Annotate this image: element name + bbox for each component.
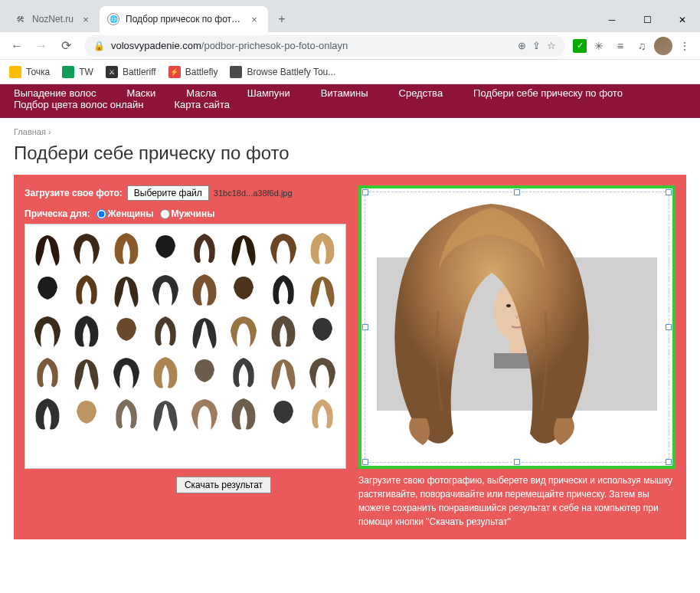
hairstyle-option[interactable] <box>69 270 104 309</box>
hairstyle-option[interactable] <box>266 395 301 433</box>
maximize-button[interactable]: ☐ <box>630 8 665 32</box>
hairstyle-option[interactable] <box>266 229 301 267</box>
hairstyle-option[interactable] <box>266 270 301 309</box>
ext-music-icon[interactable]: ♫ <box>633 37 651 55</box>
hairstyle-option[interactable] <box>187 270 222 309</box>
hairstyle-option[interactable] <box>109 395 144 433</box>
resize-handle[interactable] <box>666 324 672 330</box>
hairstyle-option[interactable] <box>187 229 222 267</box>
share-icon[interactable]: ⇪ <box>532 40 541 51</box>
hairstyle-option[interactable] <box>109 229 144 267</box>
close-icon[interactable]: × <box>248 13 260 25</box>
hairstyle-option[interactable] <box>266 312 301 350</box>
profile-avatar[interactable] <box>654 37 672 55</box>
nav-link[interactable]: Шампуни <box>247 87 290 99</box>
resize-handle[interactable] <box>666 189 672 195</box>
tab-1[interactable]: 🛠 NozNet.ru × <box>6 6 100 32</box>
resize-handle[interactable] <box>362 459 368 465</box>
bookmark-item[interactable]: Browse Battlefy Tou... <box>230 66 335 78</box>
preview-canvas[interactable] <box>358 185 675 469</box>
hairstyle-option[interactable] <box>30 353 65 392</box>
hairstyle-option[interactable] <box>148 395 183 433</box>
hairstyle-overlay[interactable] <box>369 196 614 457</box>
hairstyle-option[interactable] <box>148 229 183 267</box>
bookmark-item[interactable]: ⚡Battlefly <box>168 66 218 78</box>
hairstyle-option[interactable] <box>148 312 183 350</box>
search-icon[interactable]: ⊕ <box>518 40 526 51</box>
hairstyle-option[interactable] <box>69 395 104 433</box>
browser-titlebar: 🛠 NozNet.ru × 🌐 Подбор причесок по фото … <box>0 0 700 32</box>
nav-link[interactable]: Витамины <box>321 87 368 99</box>
forward-button[interactable]: → <box>31 35 52 57</box>
hairstyle-option[interactable] <box>30 395 65 433</box>
hairstyle-option[interactable] <box>187 395 222 433</box>
star-icon[interactable]: ☆ <box>547 40 556 51</box>
hairstyle-option[interactable] <box>305 353 340 392</box>
hairstyle-option[interactable] <box>266 353 301 392</box>
radio-female[interactable] <box>96 209 106 219</box>
hairstyle-option[interactable] <box>69 353 104 392</box>
nav-link[interactable]: Средства <box>399 87 443 99</box>
instructions-text: Загрузите свою фотографию, выберете вид … <box>358 473 675 529</box>
hairstyle-option[interactable] <box>226 312 261 350</box>
hairstyle-option[interactable] <box>226 270 261 309</box>
resize-handle[interactable] <box>514 459 520 465</box>
hairstyle-option[interactable] <box>69 312 104 350</box>
gender-row: Прическа для: Женщины Мужчины <box>25 208 346 219</box>
hairstyle-option[interactable] <box>305 395 340 433</box>
resize-handle[interactable] <box>514 189 520 195</box>
window-controls: ─ ☐ ✕ <box>594 8 700 32</box>
breadcrumb[interactable]: Главная › <box>14 127 686 136</box>
hairstyle-option[interactable] <box>226 229 261 267</box>
bookmark-item[interactable]: TW <box>62 66 93 78</box>
hairstyle-option[interactable] <box>305 229 340 267</box>
nav-link[interactable]: Карта сайта <box>175 99 230 110</box>
nav-link[interactable]: Масла <box>186 87 217 99</box>
hairstyle-option[interactable] <box>69 229 104 267</box>
ext-list-icon[interactable]: ≡ <box>611 37 630 55</box>
hairstyle-option[interactable] <box>109 312 144 350</box>
nav-link[interactable]: Выпадение волос <box>14 87 96 99</box>
hairstyle-option[interactable] <box>109 353 144 392</box>
site-nav: Выпадение волос Маски Масла Шампуни Вита… <box>0 84 700 118</box>
hairstyle-grid[interactable] <box>25 224 346 469</box>
hairstyle-option[interactable] <box>305 312 340 350</box>
bookmark-item[interactable]: ⚔Battleriff <box>106 66 156 78</box>
tab-2[interactable]: 🌐 Подбор причесок по фото онла × <box>100 6 268 32</box>
wrench-icon: 🛠 <box>14 13 26 25</box>
reload-button[interactable]: ⟳ <box>55 35 77 57</box>
menu-icon[interactable]: ⋮ <box>675 37 694 55</box>
close-icon[interactable]: × <box>80 13 92 25</box>
resize-handle[interactable] <box>666 459 672 465</box>
resize-handle[interactable] <box>362 189 368 195</box>
upload-row: Загрузите свое фото: Выберите файл 31bc1… <box>25 185 346 201</box>
ext-puzzle-icon[interactable]: ✳ <box>590 37 608 55</box>
hairstyle-option[interactable] <box>187 312 222 350</box>
hairstyle-option[interactable] <box>226 395 261 433</box>
hairstyle-option[interactable] <box>148 270 183 309</box>
hairstyle-option[interactable] <box>30 312 65 350</box>
resize-handle[interactable] <box>362 324 368 330</box>
ext-check-icon[interactable]: ✓ <box>573 39 587 53</box>
hairstyle-option[interactable] <box>187 353 222 392</box>
minimize-button[interactable]: ─ <box>594 8 630 32</box>
bookmark-item[interactable]: Точка <box>9 66 50 78</box>
download-button[interactable]: Скачать результат <box>176 477 271 493</box>
nav-link[interactable]: Подбор цвета волос онлайн <box>14 99 144 110</box>
hairstyle-option[interactable] <box>148 353 183 392</box>
nav-link[interactable]: Подбери себе прическу по фото <box>473 87 623 99</box>
new-tab-button[interactable]: + <box>271 8 293 30</box>
back-button[interactable]: ← <box>6 35 28 57</box>
radio-male[interactable] <box>160 209 170 219</box>
hairstyle-option[interactable] <box>30 229 65 267</box>
hairstyle-option[interactable] <box>109 270 144 309</box>
nav-link[interactable]: Маски <box>127 87 156 99</box>
hairstyle-option[interactable] <box>305 270 340 309</box>
hairstyle-app: Загрузите свое фото: Выберите файл 31bc1… <box>14 175 686 539</box>
lock-icon: 🔒 <box>93 41 105 51</box>
hairstyle-option[interactable] <box>226 353 261 392</box>
address-bar[interactable]: 🔒 volosvypadenie.com/podbor-prichesok-po… <box>84 35 565 57</box>
choose-file-button[interactable]: Выберите файл <box>127 185 209 201</box>
close-button[interactable]: ✕ <box>665 8 700 32</box>
hairstyle-option[interactable] <box>30 270 65 309</box>
